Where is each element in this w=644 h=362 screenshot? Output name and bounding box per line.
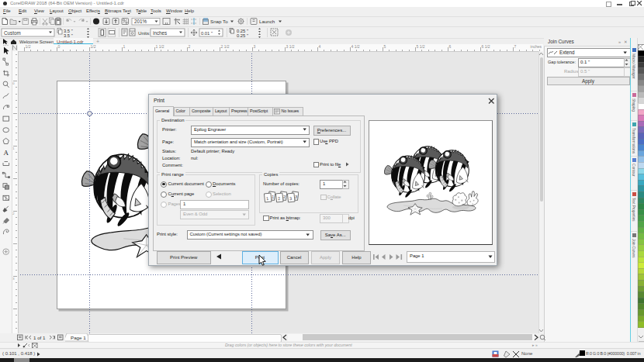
svg-text:Custom: Custom <box>4 30 21 36</box>
svg-text:1 of 1: 1 of 1 <box>33 335 46 340</box>
svg-text:Page 1: Page 1 <box>71 335 86 340</box>
svg-text:0.01 ": 0.01 " <box>201 31 213 36</box>
svg-text:3.5 ": 3.5 " <box>64 29 73 33</box>
svg-text:Units:: Units: <box>138 30 151 36</box>
svg-text:Launch: Launch <box>259 19 275 24</box>
svg-text:A: A <box>4 149 9 157</box>
svg-text:Snap To: Snap To <box>210 19 228 24</box>
svg-text:0.25 ": 0.25 " <box>237 29 248 33</box>
svg-text:201%: 201% <box>134 19 147 24</box>
svg-text:inches: inches <box>153 30 167 36</box>
